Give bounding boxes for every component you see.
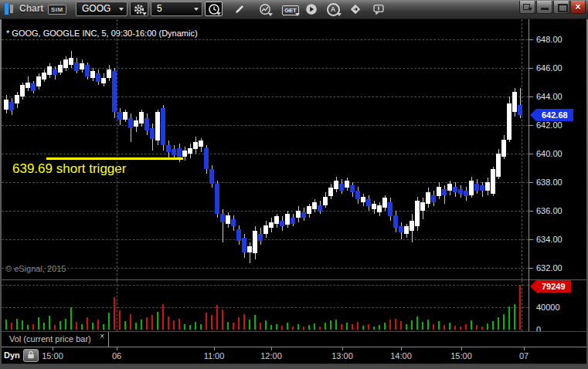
price-tick xyxy=(529,268,533,269)
candle xyxy=(36,76,41,86)
candle xyxy=(47,66,52,75)
volume-bar xyxy=(335,320,337,330)
time-templates-button[interactable] xyxy=(205,2,223,16)
volume-bar xyxy=(70,307,72,330)
time-axis[interactable]: Dyn 15:000611:0012:0013:0014:0015:0007 xyxy=(2,347,586,364)
volume-bar xyxy=(444,325,445,330)
get-data-button[interactable]: GET xyxy=(280,2,301,16)
price-chart-pane[interactable]: * GOOG, GOOGLE INC, 5, 09:30-16:00 (Dyna… xyxy=(2,19,529,279)
volume-bar xyxy=(325,323,326,330)
candle xyxy=(112,71,117,113)
volume-bar xyxy=(406,324,407,330)
candle xyxy=(501,140,506,157)
volume-bar xyxy=(178,319,180,330)
volume-bar xyxy=(287,323,288,330)
volume-bar xyxy=(103,324,104,330)
play-icon xyxy=(303,3,320,15)
close-icon[interactable]: × xyxy=(100,332,104,341)
volume-bar xyxy=(211,315,212,330)
volume-bar xyxy=(400,321,402,330)
chevron-down-icon xyxy=(337,13,342,16)
candle xyxy=(63,59,68,68)
publish-button[interactable] xyxy=(347,2,364,16)
volume-bar xyxy=(5,320,7,330)
volume-bar xyxy=(189,325,191,330)
price-gridline xyxy=(2,268,529,269)
maximize-button[interactable] xyxy=(553,1,569,14)
current-volume-value: 79249 xyxy=(536,280,571,293)
volume-chart-pane[interactable] xyxy=(2,280,529,331)
candle xyxy=(134,120,138,126)
interval-combo[interactable]: 5 xyxy=(151,2,202,16)
candle xyxy=(74,63,79,71)
candle xyxy=(474,184,479,191)
candle xyxy=(231,219,236,226)
price-axis-label: 642.00 xyxy=(536,120,563,130)
volume-bar xyxy=(168,317,169,330)
candle xyxy=(220,214,225,222)
volume-gridline xyxy=(2,285,529,286)
price-gridline xyxy=(2,125,529,126)
callout-icon xyxy=(370,3,387,15)
candle xyxy=(291,218,295,223)
candle xyxy=(518,105,522,115)
window-menu-button[interactable] xyxy=(519,1,535,14)
candle xyxy=(53,69,57,75)
volume-bar xyxy=(216,305,218,330)
price-axis[interactable]: 642.68 648.00646.00644.00642.00640.00638… xyxy=(529,19,586,279)
price-tick xyxy=(529,39,533,40)
chart-settings-button[interactable] xyxy=(130,2,148,16)
candle xyxy=(496,154,501,177)
replay-button[interactable] xyxy=(303,2,320,16)
draw-tool-button[interactable] xyxy=(231,2,248,16)
tag-arrow-icon xyxy=(530,280,536,293)
candle-wick xyxy=(250,242,250,264)
price-gridline xyxy=(2,39,529,40)
short-trigger-annotation[interactable]: 639.69 short trigger xyxy=(12,161,126,177)
candle xyxy=(215,184,219,214)
volume-bar xyxy=(49,316,50,330)
volume-bar xyxy=(254,315,256,330)
volume-bar xyxy=(92,323,93,330)
candle xyxy=(90,71,95,78)
time-axis-label: 15:00 xyxy=(36,351,70,361)
price-axis-label: 644.00 xyxy=(536,91,563,102)
symbol-combo[interactable]: GOOG xyxy=(76,2,127,16)
candle xyxy=(199,140,203,146)
volume-bar xyxy=(32,324,34,330)
volume-bar xyxy=(379,325,380,330)
close-button[interactable]: × xyxy=(570,1,586,14)
volume-bar xyxy=(146,317,148,330)
minimize-button[interactable] xyxy=(536,1,552,14)
candle xyxy=(58,65,63,72)
candle xyxy=(4,100,8,110)
tab-volume-study[interactable]: Vol (current price bar) × xyxy=(2,332,109,347)
candle xyxy=(204,148,209,170)
short-trigger-line xyxy=(46,157,183,160)
session-break-line xyxy=(117,19,117,279)
volume-bar xyxy=(54,325,56,330)
notes-button[interactable] xyxy=(370,2,387,16)
candle xyxy=(420,202,425,211)
volume-bar xyxy=(87,317,88,330)
volume-bar xyxy=(449,323,450,330)
auto-trade-button[interactable]: A xyxy=(324,2,342,16)
candle xyxy=(15,95,19,103)
price-axis-label: 648.00 xyxy=(536,34,563,45)
candle xyxy=(491,169,495,193)
candle xyxy=(42,73,46,80)
volume-bar xyxy=(38,317,39,330)
candle xyxy=(447,184,452,191)
volume-bar xyxy=(184,324,185,330)
volume-bar xyxy=(514,304,515,330)
trend-tool-button[interactable] xyxy=(257,2,274,16)
time-axis-label: 06 xyxy=(100,351,134,361)
time-axis-label: 14:00 xyxy=(384,351,418,361)
volume-bar xyxy=(438,321,440,330)
chevron-down-icon xyxy=(295,13,300,16)
symbol-value: GOOG xyxy=(82,3,110,14)
chevron-down-icon xyxy=(268,13,273,16)
chart-app-icon xyxy=(5,3,15,15)
volume-bar xyxy=(11,323,12,330)
time-axis-label: 07 xyxy=(507,351,541,361)
